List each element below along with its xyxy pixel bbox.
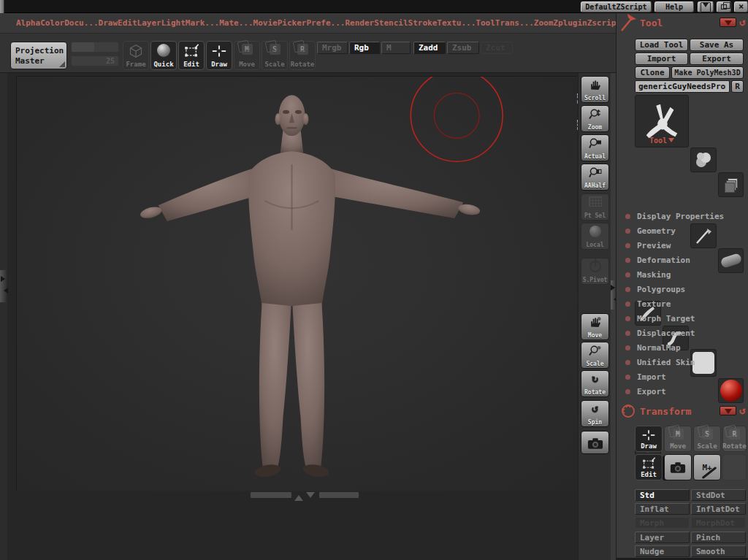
menu-material[interactable]: Mate...: [219, 18, 253, 28]
canvas-tray-scrollbar-left[interactable]: [251, 492, 291, 498]
actual-size-button[interactable]: Actual: [581, 134, 609, 161]
tray-up-arrow-icon[interactable]: [294, 491, 303, 501]
subpalette-preview[interactable]: Preview: [625, 238, 746, 253]
transform-panel-reset-icon[interactable]: ↺: [739, 405, 745, 415]
help-button[interactable]: Help: [654, 1, 694, 12]
menu-edit[interactable]: Edit: [118, 18, 137, 28]
brush-morphdot-button[interactable]: MorphDot: [691, 517, 746, 529]
menu-render[interactable]: Render: [345, 18, 374, 28]
mrgb-mode-button[interactable]: Mrgb: [317, 42, 348, 54]
projection-master-button[interactable]: Projection Master: [10, 42, 67, 69]
zadd-mode-button[interactable]: Zadd: [413, 42, 446, 54]
menu-alpha[interactable]: Alpha: [16, 18, 40, 28]
transform-rotate-button[interactable]: R Rotate: [722, 426, 747, 452]
quick-button[interactable]: Quick: [150, 41, 177, 70]
transform-move-button[interactable]: M Move: [664, 426, 692, 452]
transform-draw-button[interactable]: Draw: [635, 426, 663, 452]
aahalf-button[interactable]: AAHalf: [581, 164, 609, 191]
menu-movie[interactable]: Movie: [253, 18, 278, 28]
load-tool-button[interactable]: Load Tool: [635, 39, 688, 51]
spin-canvas-button[interactable]: ↻ Spin: [581, 400, 609, 427]
subpalette-unified-skin[interactable]: Unified Skin: [625, 355, 746, 369]
subpalette-displacement[interactable]: Displacement: [625, 326, 746, 340]
set-pivot-button[interactable]: S.Pivot: [581, 258, 609, 285]
transform-panel-collapse-button[interactable]: [720, 406, 736, 415]
frame-button[interactable]: Frame: [123, 41, 149, 70]
snapshot-camera-button[interactable]: [581, 431, 609, 454]
brush-std-button[interactable]: Std: [635, 489, 690, 501]
menu-light[interactable]: Light: [161, 18, 186, 28]
import-tool-button[interactable]: Import: [635, 53, 688, 65]
transform-marker-button[interactable]: M+: [693, 454, 721, 480]
local-transform-button[interactable]: Local: [581, 223, 609, 250]
current-tool-thumbnail[interactable]: Tool: [635, 95, 689, 147]
tray-down-arrow-icon[interactable]: [306, 492, 315, 502]
left-tray-divider-handle[interactable]: [0, 270, 7, 302]
restore-window-button[interactable]: [717, 1, 731, 12]
close-button[interactable]: ×: [734, 1, 748, 12]
rgb-mode-button[interactable]: Rgb: [349, 42, 380, 54]
export-tool-button[interactable]: Export: [690, 53, 744, 65]
move-canvas-button[interactable]: Move: [581, 313, 609, 340]
draw-button[interactable]: Draw: [206, 41, 232, 70]
brush-nudge-button[interactable]: Nudge: [635, 545, 690, 557]
menu-zoom[interactable]: Zoom: [534, 18, 554, 28]
brush-morph-button[interactable]: Morph: [635, 517, 690, 529]
make-polymesh3d-button[interactable]: Make PolyMesh3D: [671, 66, 744, 79]
brush-inflatdot-button[interactable]: InflatDot: [691, 503, 746, 515]
edit-button[interactable]: Edit: [178, 41, 205, 70]
zcut-mode-button[interactable]: Zcut: [481, 42, 513, 54]
tool-panel-reset-icon[interactable]: ↺: [739, 17, 745, 27]
menu-preferences[interactable]: Prefe...: [306, 18, 345, 28]
gyro-scale-button[interactable]: S Scale: [262, 41, 288, 70]
brush-smooth-button[interactable]: Smooth: [691, 545, 746, 557]
clone-button[interactable]: Clone: [635, 66, 670, 79]
menu-tool[interactable]: Tool: [476, 18, 495, 28]
menu-marker[interactable]: Mark...: [186, 18, 219, 28]
transform-scale-button[interactable]: S Scale: [693, 426, 721, 452]
menu-stroke[interactable]: Stroke: [408, 18, 438, 28]
menu-document[interactable]: Docu...: [64, 18, 98, 28]
point-selection-button[interactable]: Pt Sel: [581, 193, 609, 220]
transform-panel-title[interactable]: Transform: [640, 406, 691, 417]
canvas-tray-scrollbar-right[interactable]: [319, 492, 359, 498]
gyro-move-button[interactable]: M Move: [234, 41, 260, 70]
subpalette-deformation[interactable]: Deformation: [625, 253, 746, 267]
tray-toggle-button[interactable]: [698, 1, 714, 12]
tool-panel-collapse-button[interactable]: [720, 18, 736, 27]
menu-zplugin[interactable]: Zplugin: [553, 18, 587, 28]
subpalette-polygroups[interactable]: Polygroups: [625, 282, 746, 296]
subpalette-masking[interactable]: Masking: [625, 267, 746, 282]
subpalette-export[interactable]: Export: [625, 384, 746, 399]
rotate-canvas-button[interactable]: ↻ Rotate: [581, 370, 609, 397]
brush-layer-button[interactable]: Layer: [635, 532, 690, 543]
m-mode-button[interactable]: M: [381, 42, 411, 54]
menu-draw[interactable]: Draw: [99, 18, 118, 28]
brush-inflat-button[interactable]: Inflat: [635, 503, 690, 515]
transform-ghost-button[interactable]: [722, 454, 747, 480]
menu-color[interactable]: Color: [40, 18, 64, 28]
subpalette-display-properties[interactable]: Display Properties: [625, 209, 746, 223]
menu-layer[interactable]: Layer: [137, 18, 161, 28]
tool-thumb-spheres[interactable]: [690, 147, 717, 172]
menu-texture[interactable]: Textu...: [437, 18, 476, 28]
zsub-mode-button[interactable]: Zsub: [447, 42, 479, 54]
menu-picker[interactable]: Picker: [278, 18, 307, 28]
scale-canvas-button[interactable]: Scale: [581, 342, 609, 369]
subpalette-texture[interactable]: Texture: [625, 296, 746, 311]
subpalette-normalmap[interactable]: NormalMap: [625, 340, 746, 355]
tool-name-field[interactable]: [635, 80, 730, 93]
brush-pinch-button[interactable]: Pinch: [691, 532, 746, 543]
menu-stencil[interactable]: Stencil: [374, 18, 408, 28]
save-as-button[interactable]: Save As: [690, 39, 744, 51]
rename-tool-button[interactable]: R: [731, 80, 744, 93]
brush-stddot-button[interactable]: StdDot: [691, 489, 746, 501]
subpalette-import[interactable]: Import: [625, 369, 746, 384]
document-canvas[interactable]: [16, 76, 576, 491]
gyro-rotate-button[interactable]: R Rotate: [289, 41, 316, 70]
zoom-canvas-button[interactable]: Zoom: [581, 105, 609, 132]
transform-edit-button[interactable]: Edit: [635, 454, 663, 480]
right-tray-divider-handle[interactable]: [611, 280, 616, 310]
menu-transform[interactable]: Trans...: [495, 18, 534, 28]
transform-snapshot-button[interactable]: [664, 454, 692, 480]
